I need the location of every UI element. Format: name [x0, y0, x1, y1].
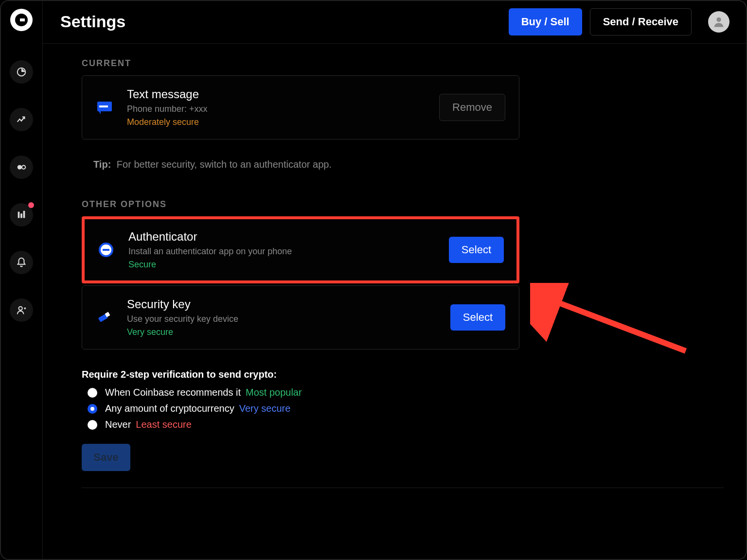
current-security: Moderately secure: [127, 117, 439, 127]
security-key-card: Security key Use your security key devic…: [82, 285, 519, 350]
authenticator-card: Authenticator Install an authenticator a…: [82, 216, 519, 283]
radio-label: Never: [105, 419, 131, 430]
tip-row: Tip: For better security, switch to an a…: [93, 159, 718, 170]
sidebar: [0, 0, 43, 560]
nav-invite[interactable]: [10, 298, 33, 322]
avatar[interactable]: [708, 11, 729, 33]
nav-explore[interactable]: [10, 156, 33, 179]
nav-dashboard[interactable]: [10, 203, 33, 227]
radio-icon: [88, 388, 97, 398]
svg-point-6: [18, 307, 22, 310]
radio-icon: [88, 420, 97, 430]
radio-tag: Very secure: [239, 403, 291, 414]
twostep-title: Require 2-step verification to send cryp…: [82, 369, 718, 380]
main-content: CURRENT Text message Phone number: +xxx …: [43, 44, 737, 560]
trend-icon: [16, 114, 27, 125]
circles-icon: [16, 162, 27, 173]
current-method-card: Text message Phone number: +xxx Moderate…: [82, 75, 519, 140]
current-title: Text message: [127, 88, 439, 101]
buy-sell-button[interactable]: Buy / Sell: [509, 8, 582, 35]
remove-button[interactable]: Remove: [439, 94, 505, 121]
svg-point-1: [17, 165, 21, 169]
other-section-label: OTHER OPTIONS: [82, 199, 718, 210]
svg-point-7: [716, 17, 721, 21]
security-key-title: Security key: [127, 298, 450, 311]
security-key-select-button[interactable]: Select: [450, 304, 505, 331]
authenticator-security: Secure: [128, 260, 449, 270]
radio-tag: Most popular: [246, 387, 302, 398]
authenticator-icon: [97, 241, 115, 259]
bell-icon: [16, 257, 27, 268]
current-section-label: CURRENT: [82, 58, 718, 69]
nav-trade[interactable]: [10, 108, 33, 131]
authenticator-title: Authenticator: [128, 230, 449, 244]
nav-home[interactable]: [10, 60, 33, 84]
sms-icon: [96, 99, 113, 116]
twostep-option-never[interactable]: Never Least secure: [88, 419, 718, 430]
notification-badge: [28, 202, 34, 208]
authenticator-select-button[interactable]: Select: [449, 237, 504, 263]
topbar: Settings Buy / Sell Send / Receive: [43, 0, 747, 44]
twostep-option-recommended[interactable]: When Coinbase recommends it Most popular: [88, 387, 718, 398]
save-button[interactable]: Save: [82, 444, 130, 471]
svg-rect-12: [103, 249, 109, 251]
tip-text: For better security, switch to an authen…: [117, 159, 332, 170]
user-icon: [712, 15, 726, 29]
authenticator-subtitle: Install an authenticator app on your pho…: [128, 246, 449, 257]
tip-label: Tip:: [93, 159, 111, 170]
radio-icon: [88, 404, 97, 414]
svg-point-2: [21, 165, 25, 169]
logo[interactable]: [10, 9, 33, 31]
svg-rect-9: [99, 105, 108, 107]
page-title: Settings: [60, 12, 509, 31]
nav-notifications[interactable]: [10, 251, 33, 274]
svg-rect-4: [20, 213, 22, 218]
security-key-security: Very secure: [127, 327, 450, 337]
security-key-icon: [96, 309, 113, 326]
send-receive-button[interactable]: Send / Receive: [590, 8, 692, 35]
current-subtitle: Phone number: +xxx: [127, 104, 439, 114]
clock-pie-icon: [16, 67, 27, 77]
security-key-subtitle: Use your security key device: [127, 314, 450, 324]
radio-label: Any amount of cryptocurrency: [105, 403, 234, 414]
svg-rect-3: [18, 212, 19, 218]
twostep-option-any[interactable]: Any amount of cryptocurrency Very secure: [88, 403, 718, 414]
svg-rect-5: [23, 211, 25, 218]
person-plus-icon: [16, 305, 27, 315]
grid-icon: [16, 210, 27, 220]
radio-tag: Least secure: [136, 419, 192, 430]
radio-label: When Coinbase recommends it: [105, 387, 241, 398]
divider: [82, 488, 724, 488]
